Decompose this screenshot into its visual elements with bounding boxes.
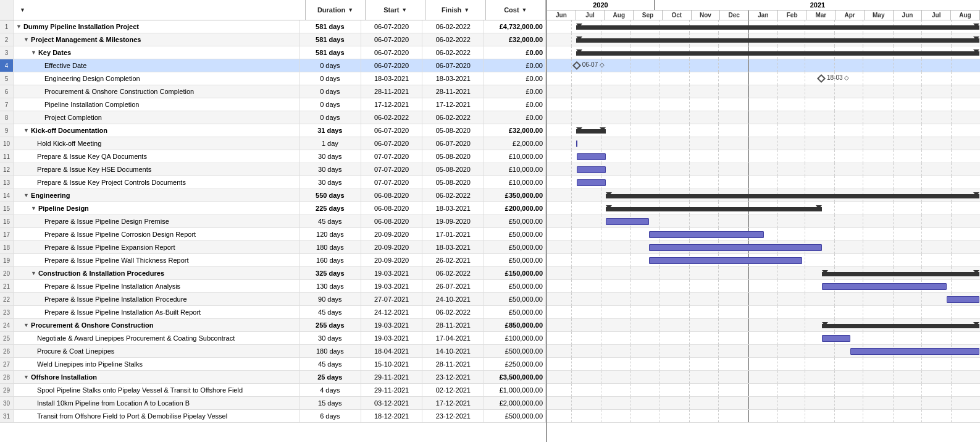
cost-cell: £50,000.00 [484, 280, 546, 292]
table-row[interactable]: 27Weld Linepipes into Pipeline Stalks45 … [0, 358, 546, 371]
table-row[interactable]: 25Negotiate & Award Linepipes Procuremen… [0, 332, 546, 345]
table-row[interactable]: 7Pipeline Installation Completion0 days1… [0, 98, 546, 111]
task-bar[interactable] [576, 140, 577, 147]
start-header[interactable]: Start ▼ [366, 0, 425, 20]
task-name: Weld Linepipes into Pipeline Stalks [37, 360, 143, 368]
task-name-cell: Negotiate & Award Linepipes Procurement … [14, 332, 299, 344]
duration-header[interactable]: Duration ▼ [306, 0, 366, 20]
finish-cell: 26-02-2021 [422, 254, 484, 266]
cost-cell: £50,000.00 [484, 306, 546, 318]
month-Aug-2020: Aug [605, 11, 634, 20]
cost-header[interactable]: Cost ▼ [486, 0, 546, 20]
task-bar[interactable] [606, 218, 649, 225]
duration-sort-icon[interactable]: ▼ [348, 7, 353, 13]
row-number: 12 [0, 163, 14, 176]
task-bar[interactable] [649, 244, 822, 251]
table-row[interactable]: 28▼ Offshore Installation25 days29-11-20… [0, 371, 546, 384]
table-row[interactable]: 14▼ Engineering550 days06-08-202006-02-2… [0, 189, 546, 202]
start-sort-icon[interactable]: ▼ [401, 7, 407, 13]
duration-cell: 130 days [299, 280, 361, 292]
row-number: 26 [0, 345, 14, 357]
table-row[interactable]: 29Spool Pipeline Stalks onto Pipelay Ves… [0, 384, 546, 397]
row-number: 3 [0, 46, 14, 59]
task-bar[interactable] [577, 166, 606, 173]
table-row[interactable]: 4Effective Date0 days06-07-202006-07-202… [0, 59, 546, 72]
task-bar[interactable] [577, 179, 606, 186]
table-row[interactable]: 16Prepare & Issue Pipeline Design Premis… [0, 215, 546, 228]
cost-sort-icon[interactable]: ▼ [522, 7, 527, 13]
task-bar[interactable] [649, 231, 764, 238]
gantt-row [547, 371, 980, 384]
task-bar[interactable] [577, 153, 606, 160]
row-number: 8 [0, 111, 14, 124]
summary-bar [576, 38, 979, 43]
finish-sort-icon[interactable]: ▼ [464, 7, 469, 13]
table-row[interactable]: 21Prepare & Issue Pipeline Installation … [0, 280, 546, 293]
table-row[interactable]: 11Prepare & Issue Key QA Documents30 day… [0, 150, 546, 163]
collapse-icon[interactable]: ▼ [23, 36, 29, 43]
table-row[interactable]: 19Prepare & Issue Pipeline Wall Thicknes… [0, 254, 546, 267]
task-header[interactable]: ▼ [14, 0, 306, 20]
task-name: Spool Pipeline Stalks onto Pipelay Vesse… [37, 386, 243, 394]
cost-cell: £200,000.00 [484, 202, 546, 215]
collapse-icon[interactable]: ▼ [31, 205, 36, 211]
table-row[interactable]: 3▼ Key Dates581 days06-07-202006-02-2022… [0, 46, 546, 59]
table-row[interactable]: 18Prepare & Issue Pipeline Expansion Rep… [0, 241, 546, 254]
task-sort-icon[interactable]: ▼ [20, 7, 25, 13]
task-bar[interactable] [822, 283, 947, 290]
table-row[interactable]: 22Prepare & Issue Pipeline Installation … [0, 293, 546, 306]
task-bar[interactable] [822, 335, 851, 342]
table-row[interactable]: 10Hold Kick-off Meeting1 day06-07-202006… [0, 137, 546, 150]
finish-cell: 06-02-2022 [422, 46, 484, 59]
start-cell: 18-12-2021 [361, 410, 423, 422]
table-row[interactable]: 17Prepare & Issue Pipeline Corrosion Des… [0, 228, 546, 241]
collapse-icon[interactable]: ▼ [31, 49, 36, 56]
table-row[interactable]: 24▼ Procurement & Onshore Construction25… [0, 319, 546, 332]
table-row[interactable]: 13Prepare & Issue Key Project Controls D… [0, 176, 546, 189]
table-row[interactable]: 31Transit from Offshore Field to Port & … [0, 410, 546, 423]
month-Apr-2021: Apr [836, 11, 865, 20]
table-row[interactable]: 1▼ Dummy Pipeline Installation Project58… [0, 20, 546, 33]
cost-cell: £10,000.00 [484, 176, 546, 189]
cost-cell: £0.00 [484, 72, 546, 85]
task-bar[interactable] [947, 296, 979, 303]
table-row[interactable]: 23Prepare & Issue Pipeline Installation … [0, 306, 546, 319]
task-bar[interactable] [850, 348, 979, 355]
table-row[interactable]: 30Install 10km Pipeline from Location A … [0, 397, 546, 410]
table-row[interactable]: 15▼ Pipeline Design225 days06-08-202018-… [0, 202, 546, 215]
table-row[interactable]: 9▼ Kick-off Documentation31 days06-07-20… [0, 124, 546, 137]
task-name-cell: Pipeline Installation Completion [14, 98, 299, 111]
table-row[interactable]: 20▼ Construction & Installation Procedur… [0, 267, 546, 280]
collapse-icon[interactable]: ▼ [23, 192, 29, 198]
collapse-icon[interactable]: ▼ [16, 23, 22, 30]
table-row[interactable]: 6Procurement & Onshore Construction Comp… [0, 85, 546, 98]
finish-cell: 17-12-2021 [422, 98, 484, 111]
table-row[interactable]: 8Project Completion0 days06-02-202206-02… [0, 111, 546, 124]
task-name-cell: ▼ Kick-off Documentation [14, 124, 299, 137]
task-name-cell: Weld Linepipes into Pipeline Stalks [14, 358, 299, 370]
right-panel: 2020 2021 JunJulAugSepOctNovDecJanFebMar… [547, 0, 980, 442]
duration-cell: 25 days [299, 371, 361, 383]
month-Feb-2021: Feb [778, 11, 807, 20]
task-name: Prepare & Issue Pipeline Installation Pr… [44, 295, 187, 303]
task-name-cell: Spool Pipeline Stalks onto Pipelay Vesse… [14, 384, 299, 396]
task-name: Procurement & Onshore Construction Compl… [44, 88, 194, 95]
row-number: 22 [0, 293, 14, 305]
row-number: 4 [0, 59, 14, 72]
row-number: 10 [0, 137, 14, 150]
table-row[interactable]: 5Engineering Design Completion0 days18-0… [0, 72, 546, 85]
collapse-icon[interactable]: ▼ [31, 270, 36, 276]
finish-header[interactable]: Finish ▼ [425, 0, 485, 20]
finish-cell: 17-01-2021 [422, 228, 484, 240]
finish-cell: 02-12-2021 [422, 384, 484, 396]
start-cell: 19-03-2021 [361, 267, 423, 279]
collapse-icon[interactable]: ▼ [23, 374, 29, 380]
table-row[interactable]: 12Prepare & Issue Key HSE Documents30 da… [0, 163, 546, 176]
table-row[interactable]: 26Procure & Coat Linepipes180 days18-04-… [0, 345, 546, 358]
collapse-icon[interactable]: ▼ [23, 127, 29, 134]
collapse-icon[interactable]: ▼ [23, 322, 29, 328]
cost-cell: £0.00 [484, 46, 546, 59]
gantt-row [547, 20, 980, 33]
task-bar[interactable] [649, 257, 803, 264]
table-row[interactable]: 2▼ Project Management & Milestones581 da… [0, 33, 546, 46]
